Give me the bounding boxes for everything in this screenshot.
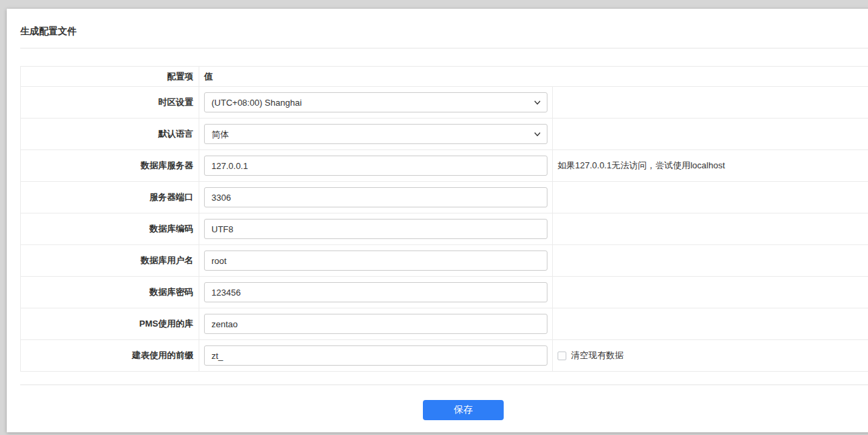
table-row: 时区设置 (UTC+08:00) Shanghai bbox=[21, 87, 868, 119]
db-user-input[interactable] bbox=[204, 250, 547, 271]
db-name-input[interactable] bbox=[204, 314, 547, 334]
db-encoding-label: 数据库编码 bbox=[21, 213, 199, 245]
save-button[interactable]: 保存 bbox=[423, 400, 504, 420]
default-language-select[interactable]: 简体 bbox=[204, 124, 547, 144]
table-row: 数据库密码 bbox=[21, 277, 868, 308]
header-config-item: 配置项 bbox=[21, 67, 199, 87]
config-card: 生成配置文件 配置项 值 时区设置 (UTC+08:00) Shanghai bbox=[7, 9, 868, 432]
default-language-label: 默认语言 bbox=[21, 119, 199, 150]
table-prefix-label: 建表使用的前缀 bbox=[21, 340, 199, 372]
db-user-label: 数据库用户名 bbox=[21, 245, 199, 277]
config-content: 生成配置文件 配置项 值 时区设置 (UTC+08:00) Shanghai bbox=[7, 9, 868, 420]
db-name-label: PMS使用的库 bbox=[21, 308, 199, 340]
config-table: 配置项 值 时区设置 (UTC+08:00) Shanghai 默认语言 bbox=[20, 66, 868, 372]
header-value: 值 bbox=[199, 67, 868, 87]
table-row: 默认语言 简体 bbox=[21, 119, 868, 150]
db-host-input[interactable] bbox=[204, 156, 547, 176]
clear-data-checkbox[interactable] bbox=[558, 352, 566, 360]
table-row: 服务器端口 bbox=[21, 182, 868, 213]
timezone-select[interactable]: (UTC+08:00) Shanghai bbox=[204, 92, 547, 112]
table-row: PMS使用的库 bbox=[21, 308, 868, 340]
page-title: 生成配置文件 bbox=[20, 26, 868, 36]
db-port-input[interactable] bbox=[204, 187, 547, 207]
table-prefix-input[interactable] bbox=[204, 345, 547, 366]
table-row: 数据库用户名 bbox=[21, 245, 868, 277]
timezone-label: 时区设置 bbox=[21, 87, 199, 119]
footer-divider bbox=[20, 384, 868, 385]
table-row: 数据库服务器 如果127.0.0.1无法访问，尝试使用localhost bbox=[21, 150, 868, 182]
db-encoding-input[interactable] bbox=[204, 219, 547, 239]
title-divider bbox=[20, 48, 868, 48]
table-row: 数据库编码 bbox=[21, 213, 868, 245]
db-host-label: 数据库服务器 bbox=[21, 150, 199, 182]
db-password-input[interactable] bbox=[204, 282, 547, 302]
db-password-label: 数据库密码 bbox=[21, 277, 199, 308]
table-row: 建表使用的前缀 清空现有数据 bbox=[21, 340, 868, 372]
db-host-hint: 如果127.0.0.1无法访问，尝试使用localhost bbox=[553, 150, 868, 182]
actions-bar: 保存 bbox=[20, 400, 868, 420]
clear-data-checkbox-label: 清空现有数据 bbox=[571, 349, 624, 362]
db-port-label: 服务器端口 bbox=[21, 182, 199, 213]
table-header-row: 配置项 值 bbox=[21, 67, 868, 87]
